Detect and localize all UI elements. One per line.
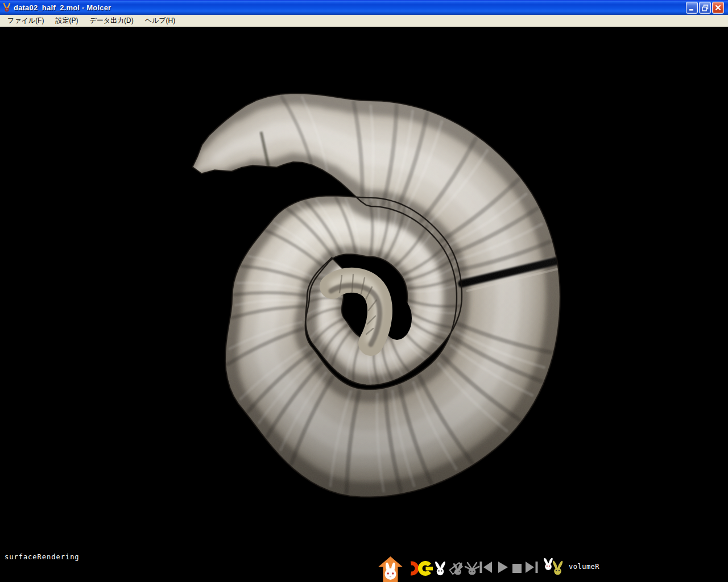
yellow-g-icon[interactable] — [417, 559, 433, 577]
minimize-icon — [688, 4, 696, 11]
stop-icon[interactable] — [512, 564, 522, 573]
menu-bar: ファイル(F) 設定(P) データ出力(D) ヘルプ(H) — [0, 15, 728, 27]
restore-button[interactable] — [699, 2, 711, 14]
minimize-button[interactable] — [686, 2, 698, 14]
close-button[interactable] — [712, 2, 724, 14]
title-bar[interactable]: data02_half_2.mol - Molcer — [0, 0, 728, 15]
menu-item-help[interactable]: ヘルプ(H) — [141, 15, 180, 27]
ammonite-3d-render[interactable] — [0, 27, 728, 582]
restore-icon — [701, 4, 709, 12]
menu-item-data-output[interactable]: データ出力(D) — [85, 15, 137, 27]
volume-render-label: volumeR — [569, 563, 599, 571]
rabbit-icon[interactable] — [434, 562, 446, 576]
close-icon — [714, 4, 722, 11]
rabbit-cut-icon[interactable] — [464, 562, 481, 576]
molcer-app-icon — [2, 3, 11, 12]
play-icon[interactable] — [497, 561, 508, 573]
skip-start-icon[interactable] — [479, 561, 493, 573]
molcer-window: { "window": { "title": "data02_half_2.mo… — [0, 0, 728, 582]
menu-item-file[interactable]: ファイル(F) — [3, 15, 48, 27]
menu-item-settings[interactable]: 設定(P) — [51, 15, 82, 27]
skip-end-icon[interactable] — [525, 561, 539, 573]
window-title: data02_half_2.mol - Molcer — [14, 3, 111, 12]
render-mode-label: surfaceRendering — [5, 553, 80, 561]
render-viewport[interactable]: surfaceRendering — [0, 27, 728, 582]
volume-rabbits-icon[interactable] — [542, 558, 567, 579]
home-rabbit-icon[interactable] — [378, 556, 403, 582]
